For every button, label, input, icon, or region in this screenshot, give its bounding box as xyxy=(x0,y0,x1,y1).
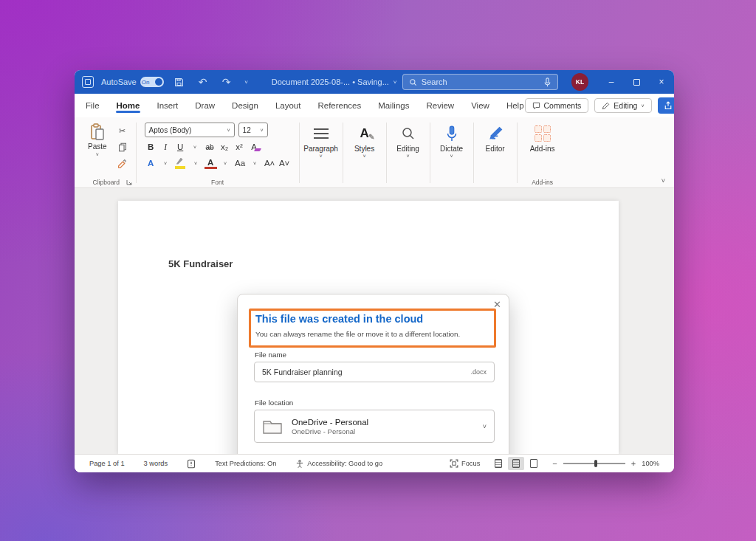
view-switcher xyxy=(490,457,542,470)
highlight-button[interactable] xyxy=(174,156,188,170)
search-box[interactable]: Search xyxy=(402,74,558,90)
bold-button[interactable]: B xyxy=(145,140,157,154)
status-bar-right: Focus − + 100% xyxy=(450,457,659,470)
autosave-switch[interactable]: On xyxy=(140,77,164,87)
file-location-dropdown[interactable]: OneDrive - Personal OneDrive - Personal … xyxy=(254,410,495,443)
print-layout-button[interactable] xyxy=(508,457,524,470)
font-name-combobox[interactable]: Aptos (Body) ˅ xyxy=(145,123,235,137)
chevron-down-icon: ˅ xyxy=(483,423,487,430)
clipboard-mini-buttons: ✂ xyxy=(115,121,130,177)
share-button[interactable]: ˅ xyxy=(658,97,675,114)
font-color-button[interactable]: A xyxy=(205,157,217,169)
document-heading-text[interactable]: 5K Fundraiser xyxy=(168,258,233,269)
chevron-down-icon: ˅ xyxy=(641,103,644,108)
dialog-subtitle: You can always rename the file or move i… xyxy=(255,330,460,338)
zoom-slider-knob[interactable] xyxy=(594,460,597,467)
zoom-slider[interactable] xyxy=(563,463,625,464)
shrink-font-button[interactable]: A˅ xyxy=(278,156,291,170)
autosave-toggle[interactable]: AutoSave On xyxy=(101,77,164,87)
quick-access-dropdown[interactable]: ˅ xyxy=(242,73,251,91)
accessibility-status[interactable]: Accessibility: Good to go xyxy=(295,459,382,469)
subscript-button[interactable]: x₂ xyxy=(219,140,231,154)
web-layout-button[interactable] xyxy=(526,457,542,470)
chevron-down-icon: ˅ xyxy=(320,154,323,159)
proofing-status-button[interactable] xyxy=(187,459,196,469)
paragraph-group-button[interactable]: Paragraph ˅ xyxy=(302,121,340,187)
underline-button[interactable]: U xyxy=(174,140,187,154)
font-size-combobox[interactable]: 12 ˅ xyxy=(238,123,268,137)
focus-mode-button[interactable]: Focus xyxy=(450,459,480,468)
redo-button[interactable]: ↷ xyxy=(219,73,235,91)
editing-group-button[interactable]: Editing ˅ xyxy=(389,121,427,187)
tab-draw[interactable]: Draw xyxy=(194,96,216,115)
clipboard-dialog-launcher-icon[interactable] xyxy=(126,179,132,185)
brush-icon: ✎ xyxy=(368,133,374,141)
tab-file[interactable]: File xyxy=(85,96,100,115)
dictate-button[interactable]: Dictate ˅ xyxy=(433,121,471,187)
font-format-row-2: A ˅ ˅ A ˅ Aa ˅ A˄ A˅ xyxy=(145,156,291,170)
word-count-status[interactable]: 3 words xyxy=(144,460,168,467)
page-count-status[interactable]: Page 1 of 1 xyxy=(89,460,125,467)
tab-review[interactable]: Review xyxy=(425,96,455,115)
font-format-row-1: B I U ˅ ab x₂ x² A xyxy=(145,140,291,154)
editing-label: Editing xyxy=(614,101,637,110)
dialog-close-button[interactable]: ✕ xyxy=(493,299,501,310)
undo-icon: ↶ xyxy=(199,76,207,88)
close-button[interactable]: × xyxy=(649,70,674,94)
tab-mailings[interactable]: Mailings xyxy=(377,96,410,115)
save-button[interactable] xyxy=(171,73,188,91)
format-painter-button[interactable] xyxy=(115,157,130,169)
zoom-out-button[interactable]: − xyxy=(552,459,557,468)
document-title[interactable]: Document 2025-08-... • Saving... ˅ xyxy=(272,77,402,86)
collapse-ribbon-button[interactable]: ˅ xyxy=(662,177,665,185)
paste-icon xyxy=(90,123,105,141)
group-divider xyxy=(517,123,518,183)
paste-button[interactable]: Paste ˅ xyxy=(83,121,112,177)
font-color-dropdown[interactable]: ˅ xyxy=(219,156,232,170)
window-controls: – × xyxy=(599,70,674,94)
minimize-button[interactable]: – xyxy=(599,70,624,94)
tab-references[interactable]: References xyxy=(317,96,362,115)
tab-layout[interactable]: Layout xyxy=(275,96,302,115)
underline-options-dropdown[interactable]: ˅ xyxy=(189,140,202,154)
tab-design[interactable]: Design xyxy=(231,96,259,115)
undo-button[interactable]: ↶ xyxy=(195,73,211,91)
italic-button[interactable]: I xyxy=(159,140,172,154)
tab-view[interactable]: View xyxy=(470,96,490,115)
location-primary: OneDrive - Personal xyxy=(292,418,368,427)
text-effects-button[interactable]: A xyxy=(145,156,157,170)
file-name-input[interactable] xyxy=(262,368,470,376)
read-mode-button[interactable] xyxy=(490,457,506,470)
styles-group-button[interactable]: A✎ Styles ˅ xyxy=(346,121,384,187)
text-predictions-status[interactable]: Text Predictions: On xyxy=(215,460,276,467)
highlight-dropdown[interactable]: ˅ xyxy=(190,156,202,170)
clear-formatting-button[interactable]: A xyxy=(248,140,261,154)
tab-help[interactable]: Help xyxy=(506,96,525,115)
copy-button[interactable] xyxy=(115,141,130,153)
text-effects-dropdown[interactable]: ˅ xyxy=(159,156,172,170)
comments-button[interactable]: Comments xyxy=(525,98,589,113)
chevron-down-icon: ˅ xyxy=(164,161,167,166)
account-avatar[interactable]: KL xyxy=(571,73,588,91)
zoom-in-button[interactable]: + xyxy=(631,459,636,468)
status-bar: Page 1 of 1 3 words Text Predictions: On… xyxy=(75,454,674,472)
maximize-button[interactable] xyxy=(624,70,649,94)
chevron-down-icon: ˅ xyxy=(450,154,453,159)
zoom-level-button[interactable]: 100% xyxy=(642,460,659,467)
editor-button[interactable]: Editor xyxy=(476,121,515,187)
change-case-button[interactable]: Aa xyxy=(234,156,247,170)
tab-insert[interactable]: Insert xyxy=(156,96,179,115)
pencil-icon xyxy=(602,102,610,110)
cut-button[interactable]: ✂ xyxy=(115,125,130,137)
titlebar: AutoSave On ↶ ↷ ˅ Document 2025-08-... •… xyxy=(75,70,674,94)
chevron-down-icon: ˅ xyxy=(253,161,256,166)
grow-font-button[interactable]: A˄ xyxy=(264,156,276,170)
strikethrough-button[interactable]: ab xyxy=(204,140,216,154)
editing-mode-button[interactable]: Editing ˅ xyxy=(594,98,651,113)
change-case-dropdown[interactable]: ˅ xyxy=(249,156,261,170)
superscript-button[interactable]: x² xyxy=(233,140,246,154)
mic-icon[interactable] xyxy=(543,77,551,87)
addins-button[interactable]: Add-ins xyxy=(523,121,562,154)
tab-home[interactable]: Home xyxy=(116,96,141,115)
location-secondary: OneDrive - Personal xyxy=(292,427,368,435)
